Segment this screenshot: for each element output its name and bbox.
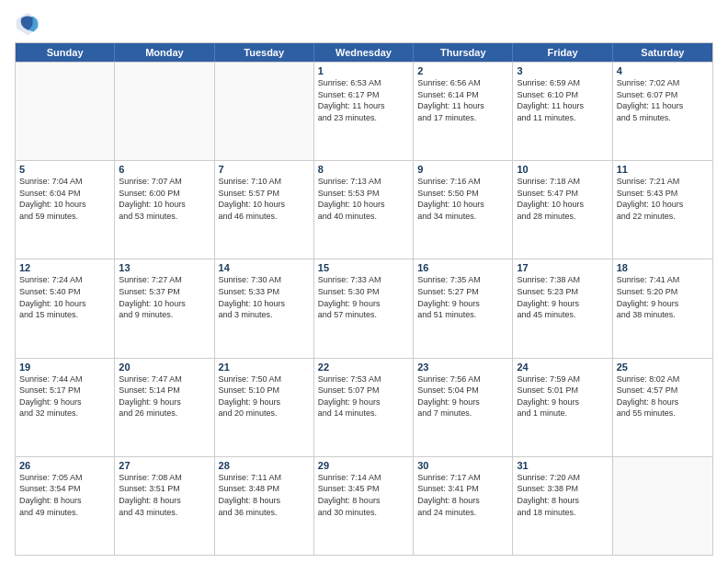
cell-text: Sunrise: 6:59 AM Sunset: 6:10 PM Dayligh… (517, 77, 608, 123)
day-number: 5 (19, 164, 110, 175)
day-number: 24 (517, 362, 608, 373)
page: SundayMondayTuesdayWednesdayThursdayFrid… (0, 0, 728, 563)
day-number: 25 (617, 362, 709, 373)
cell-text: Sunrise: 7:38 AM Sunset: 5:23 PM Dayligh… (517, 274, 608, 320)
calendar-cell: 6Sunrise: 7:07 AM Sunset: 6:00 PM Daylig… (115, 161, 214, 259)
calendar-cell (16, 63, 115, 160)
cell-text: Sunrise: 7:16 AM Sunset: 5:50 PM Dayligh… (417, 176, 508, 222)
calendar-row: 26Sunrise: 7:05 AM Sunset: 3:54 PM Dayli… (16, 456, 712, 555)
day-number: 31 (517, 460, 608, 471)
cell-text: Sunrise: 7:02 AM Sunset: 6:07 PM Dayligh… (617, 77, 709, 123)
calendar-cell: 26Sunrise: 7:05 AM Sunset: 3:54 PM Dayli… (16, 457, 115, 555)
day-number: 16 (417, 262, 508, 273)
calendar-row: 5Sunrise: 7:04 AM Sunset: 6:04 PM Daylig… (16, 160, 712, 259)
day-number: 22 (318, 362, 409, 373)
cell-text: Sunrise: 7:33 AM Sunset: 5:30 PM Dayligh… (318, 274, 409, 320)
calendar-cell: 21Sunrise: 7:50 AM Sunset: 5:10 PM Dayli… (215, 359, 314, 456)
cell-text: Sunrise: 7:11 AM Sunset: 3:48 PM Dayligh… (219, 472, 310, 518)
calendar-cell: 4Sunrise: 7:02 AM Sunset: 6:07 PM Daylig… (613, 63, 712, 160)
cell-text: Sunrise: 7:59 AM Sunset: 5:01 PM Dayligh… (517, 373, 608, 419)
day-number: 8 (318, 164, 409, 175)
day-number: 27 (119, 460, 210, 471)
weekday-header: Friday (513, 43, 612, 62)
day-number: 15 (318, 262, 409, 273)
cell-text: Sunrise: 7:53 AM Sunset: 5:07 PM Dayligh… (318, 373, 409, 419)
day-number: 6 (119, 164, 210, 175)
calendar-row: 19Sunrise: 7:44 AM Sunset: 5:17 PM Dayli… (16, 358, 712, 456)
cell-text: Sunrise: 7:56 AM Sunset: 5:04 PM Dayligh… (417, 373, 508, 419)
calendar-row: 1Sunrise: 6:53 AM Sunset: 6:17 PM Daylig… (16, 62, 712, 160)
day-number: 18 (617, 262, 709, 273)
cell-text: Sunrise: 7:04 AM Sunset: 6:04 PM Dayligh… (19, 176, 110, 222)
weekday-header: Thursday (414, 43, 513, 62)
cell-text: Sunrise: 7:27 AM Sunset: 5:37 PM Dayligh… (119, 274, 210, 320)
weekday-header: Wednesday (314, 43, 414, 62)
cell-text: Sunrise: 7:14 AM Sunset: 3:45 PM Dayligh… (318, 472, 409, 518)
cell-text: Sunrise: 7:50 AM Sunset: 5:10 PM Dayligh… (219, 373, 310, 419)
cell-text: Sunrise: 6:53 AM Sunset: 6:17 PM Dayligh… (318, 77, 409, 123)
calendar-cell: 15Sunrise: 7:33 AM Sunset: 5:30 PM Dayli… (314, 259, 414, 357)
calendar-cell: 29Sunrise: 7:14 AM Sunset: 3:45 PM Dayli… (314, 457, 414, 555)
day-number: 12 (19, 262, 110, 273)
day-number: 30 (417, 460, 508, 471)
day-number: 26 (19, 460, 110, 471)
calendar-cell: 2Sunrise: 6:56 AM Sunset: 6:14 PM Daylig… (414, 63, 513, 160)
cell-text: Sunrise: 7:05 AM Sunset: 3:54 PM Dayligh… (19, 472, 110, 518)
cell-text: Sunrise: 8:02 AM Sunset: 4:57 PM Dayligh… (617, 373, 709, 419)
calendar-cell: 20Sunrise: 7:47 AM Sunset: 5:14 PM Dayli… (115, 359, 214, 456)
calendar-cell: 30Sunrise: 7:17 AM Sunset: 3:41 PM Dayli… (414, 457, 513, 555)
day-number: 1 (318, 65, 409, 76)
calendar-cell: 8Sunrise: 7:13 AM Sunset: 5:53 PM Daylig… (314, 161, 414, 259)
calendar-cell: 14Sunrise: 7:30 AM Sunset: 5:33 PM Dayli… (215, 259, 314, 357)
cell-text: Sunrise: 7:07 AM Sunset: 6:00 PM Dayligh… (119, 176, 210, 222)
calendar-row: 12Sunrise: 7:24 AM Sunset: 5:40 PM Dayli… (16, 259, 712, 357)
cell-text: Sunrise: 7:13 AM Sunset: 5:53 PM Dayligh… (318, 176, 409, 222)
day-number: 13 (119, 262, 210, 273)
cell-text: Sunrise: 7:30 AM Sunset: 5:33 PM Dayligh… (219, 274, 310, 320)
calendar-cell (215, 63, 314, 160)
calendar-cell (115, 63, 214, 160)
day-number: 14 (219, 262, 310, 273)
cell-text: Sunrise: 7:10 AM Sunset: 5:57 PM Dayligh… (219, 176, 310, 222)
calendar-cell: 28Sunrise: 7:11 AM Sunset: 3:48 PM Dayli… (215, 457, 314, 555)
calendar-cell: 18Sunrise: 7:41 AM Sunset: 5:20 PM Dayli… (613, 259, 712, 357)
calendar-cell: 24Sunrise: 7:59 AM Sunset: 5:01 PM Dayli… (513, 359, 612, 456)
day-number: 9 (417, 164, 508, 175)
calendar-cell (613, 457, 712, 555)
day-number: 11 (617, 164, 709, 175)
cell-text: Sunrise: 7:35 AM Sunset: 5:27 PM Dayligh… (417, 274, 508, 320)
calendar-cell: 12Sunrise: 7:24 AM Sunset: 5:40 PM Dayli… (16, 259, 115, 357)
logo (15, 11, 44, 37)
day-number: 2 (417, 65, 508, 76)
cell-text: Sunrise: 7:20 AM Sunset: 3:38 PM Dayligh… (517, 472, 608, 518)
cell-text: Sunrise: 7:47 AM Sunset: 5:14 PM Dayligh… (119, 373, 210, 419)
calendar-cell: 9Sunrise: 7:16 AM Sunset: 5:50 PM Daylig… (414, 161, 513, 259)
calendar-cell: 11Sunrise: 7:21 AM Sunset: 5:43 PM Dayli… (613, 161, 712, 259)
calendar-cell: 3Sunrise: 6:59 AM Sunset: 6:10 PM Daylig… (513, 63, 612, 160)
calendar-cell: 19Sunrise: 7:44 AM Sunset: 5:17 PM Dayli… (16, 359, 115, 456)
day-number: 4 (617, 65, 709, 76)
cell-text: Sunrise: 7:08 AM Sunset: 3:51 PM Dayligh… (119, 472, 210, 518)
day-number: 3 (517, 65, 608, 76)
calendar: SundayMondayTuesdayWednesdayThursdayFrid… (15, 42, 713, 556)
day-number: 17 (517, 262, 608, 273)
cell-text: Sunrise: 7:24 AM Sunset: 5:40 PM Dayligh… (19, 274, 110, 320)
calendar-cell: 23Sunrise: 7:56 AM Sunset: 5:04 PM Dayli… (414, 359, 513, 456)
calendar-cell: 7Sunrise: 7:10 AM Sunset: 5:57 PM Daylig… (215, 161, 314, 259)
weekday-header: Sunday (16, 43, 115, 62)
calendar-header: SundayMondayTuesdayWednesdayThursdayFrid… (16, 43, 712, 62)
calendar-cell: 10Sunrise: 7:18 AM Sunset: 5:47 PM Dayli… (513, 161, 612, 259)
day-number: 21 (219, 362, 310, 373)
weekday-header: Saturday (613, 43, 712, 62)
calendar-cell: 1Sunrise: 6:53 AM Sunset: 6:17 PM Daylig… (314, 63, 414, 160)
weekday-header: Tuesday (215, 43, 314, 62)
day-number: 7 (219, 164, 310, 175)
calendar-cell: 16Sunrise: 7:35 AM Sunset: 5:27 PM Dayli… (414, 259, 513, 357)
day-number: 23 (417, 362, 508, 373)
logo-icon (15, 11, 40, 37)
weekday-header: Monday (115, 43, 214, 62)
calendar-cell: 5Sunrise: 7:04 AM Sunset: 6:04 PM Daylig… (16, 161, 115, 259)
calendar-cell: 31Sunrise: 7:20 AM Sunset: 3:38 PM Dayli… (513, 457, 612, 555)
day-number: 28 (219, 460, 310, 471)
calendar-cell: 17Sunrise: 7:38 AM Sunset: 5:23 PM Dayli… (513, 259, 612, 357)
